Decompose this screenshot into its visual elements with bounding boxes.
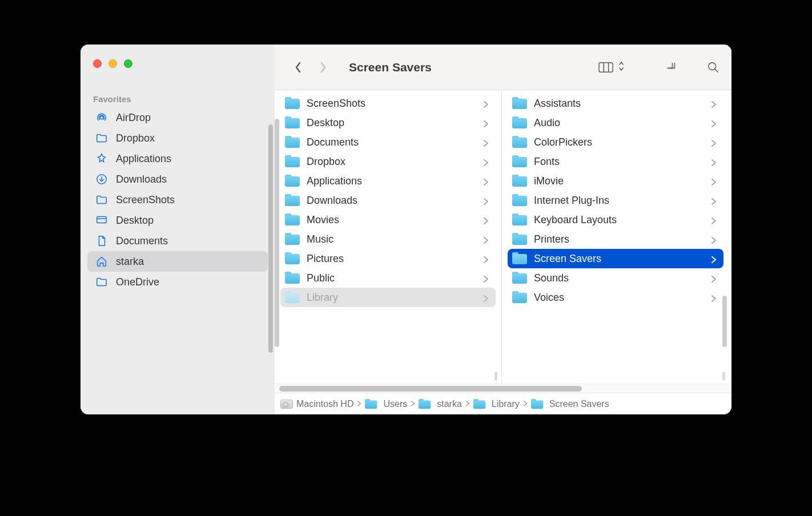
- sidebar-item-onedrive[interactable]: OneDrive: [87, 272, 268, 292]
- folder-icon: [95, 276, 108, 288]
- folder-item[interactable]: Sounds: [508, 268, 723, 288]
- sidebar-list: AirDropDropboxApplicationsDownloadsScree…: [81, 107, 275, 292]
- close-window-button[interactable]: [93, 59, 102, 68]
- sidebar-scrollbar[interactable]: [268, 124, 273, 353]
- path-bar: Macintosh HDUsersstarkaLibraryScreen Sav…: [275, 393, 731, 414]
- folder-item-label: Sounds: [534, 272, 704, 284]
- folder-item-label: Audio: [534, 117, 704, 129]
- folder-item[interactable]: Screen Savers: [508, 249, 723, 268]
- folder-icon: [473, 398, 485, 409]
- folder-item[interactable]: Dropbox: [280, 152, 496, 171]
- sidebar-item-downloads[interactable]: Downloads: [87, 169, 268, 190]
- column-list: AssistantsAudioColorPickersFontsiMovieIn…: [508, 94, 723, 307]
- toolbar: Screen Savers: [275, 45, 731, 90]
- path-segment[interactable]: Users: [365, 398, 407, 410]
- chevron-right-icon: [711, 196, 717, 204]
- sidebar-item-label: Documents: [116, 235, 260, 247]
- back-button[interactable]: [293, 61, 303, 74]
- horizontal-scrollbar-track[interactable]: [275, 384, 731, 393]
- forward-button[interactable]: [318, 61, 328, 74]
- chevron-right-icon: [483, 177, 489, 185]
- folder-item[interactable]: ColorPickers: [508, 132, 723, 152]
- folder-item[interactable]: ScreenShots: [280, 94, 496, 113]
- path-segment-label: Macintosh HD: [296, 399, 353, 409]
- chevron-right-icon: [483, 255, 489, 263]
- column-0-scrollbar[interactable]: [275, 119, 279, 347]
- path-segment-label: Users: [383, 399, 407, 409]
- folder-icon: [531, 398, 543, 409]
- folder-item-label: Library: [307, 292, 476, 304]
- folder-item[interactable]: Audio: [508, 113, 723, 132]
- folder-icon: [512, 252, 527, 265]
- column-1-scrollbar[interactable]: [722, 296, 727, 347]
- column-resize-handle[interactable]: ‖: [491, 371, 499, 380]
- folder-item-label: Movies: [307, 214, 476, 226]
- folder-item[interactable]: Keyboard Layouts: [508, 210, 723, 229]
- path-segment[interactable]: starka: [419, 398, 462, 410]
- sidebar-item-label: AirDrop: [116, 112, 260, 124]
- sidebar-item-applications[interactable]: Applications: [87, 148, 268, 169]
- minimize-window-button[interactable]: [108, 59, 117, 68]
- folder-item[interactable]: Desktop: [280, 113, 496, 132]
- folder-item[interactable]: Documents: [280, 132, 496, 152]
- chevron-right-icon: [711, 99, 717, 107]
- chevron-right-icon: [483, 119, 489, 127]
- overflow-button[interactable]: [663, 59, 679, 75]
- column-view-icon: [598, 59, 614, 75]
- folder-item[interactable]: Public: [280, 268, 496, 288]
- folder-item[interactable]: Applications: [280, 171, 496, 191]
- search-button[interactable]: [705, 59, 721, 75]
- chevron-right-icon: [357, 399, 361, 409]
- folder-item-label: Assistants: [534, 98, 704, 110]
- folder-item[interactable]: Internet Plug-Ins: [508, 191, 723, 210]
- chevron-right-icon: [483, 196, 489, 204]
- horizontal-scrollbar-thumb[interactable]: [279, 386, 582, 392]
- chevron-right-icon: [483, 216, 489, 224]
- folder-icon: [512, 116, 527, 129]
- folder-item[interactable]: Pictures: [280, 249, 496, 268]
- chevron-right-icon: [711, 274, 717, 282]
- column-resize-handle[interactable]: ‖: [719, 371, 727, 380]
- folder-item[interactable]: Downloads: [280, 191, 496, 210]
- hdd-icon: [280, 400, 293, 409]
- sidebar-item-airdrop[interactable]: AirDrop: [87, 107, 268, 128]
- folder-item-label: Music: [307, 233, 476, 245]
- window-controls: [81, 55, 275, 68]
- chevron-right-icon: [483, 235, 489, 243]
- chevron-right-icon: [483, 274, 489, 282]
- folder-item[interactable]: Printers: [508, 229, 723, 249]
- folder-item-label: Documents: [307, 136, 476, 148]
- chevron-right-icon: [411, 399, 415, 409]
- folder-icon: [512, 136, 527, 148]
- zoom-window-button[interactable]: [124, 59, 132, 68]
- sidebar-item-desktop[interactable]: Desktop: [87, 210, 268, 231]
- path-segment[interactable]: Library: [473, 398, 520, 410]
- path-segment[interactable]: Screen Savers: [531, 398, 609, 410]
- folder-icon: [512, 291, 527, 304]
- folder-icon: [95, 194, 108, 206]
- folder-item[interactable]: Voices: [508, 288, 723, 307]
- chevron-right-icon: [711, 235, 717, 243]
- folder-item[interactable]: iMovie: [508, 171, 723, 191]
- path-segment-label: Library: [492, 399, 520, 409]
- sidebar-item-screenshots[interactable]: ScreenShots: [87, 190, 268, 210]
- file-column-1: AssistantsAudioColorPickersFontsiMovieIn…: [502, 90, 729, 384]
- folder-item-label: ScreenShots: [307, 98, 476, 110]
- sidebar-item-starka[interactable]: starka: [87, 251, 268, 272]
- path-segment[interactable]: Macintosh HD: [280, 399, 353, 409]
- folder-item[interactable]: Fonts: [508, 152, 723, 171]
- folder-icon: [419, 398, 431, 409]
- folder-item[interactable]: Movies: [280, 210, 496, 229]
- path-segment-label: starka: [437, 399, 462, 409]
- sidebar-item-documents[interactable]: Documents: [87, 231, 268, 251]
- folder-item[interactable]: Music: [280, 229, 496, 249]
- folder-icon: [512, 194, 527, 207]
- view-options[interactable]: [598, 59, 625, 75]
- folder-icon: [512, 155, 527, 168]
- folder-icon: [285, 155, 300, 168]
- folder-item[interactable]: Library: [280, 288, 496, 307]
- folder-item[interactable]: Assistants: [508, 94, 723, 113]
- sidebar-section-header: Favorites: [81, 68, 275, 107]
- sidebar-item-label: Dropbox: [116, 132, 260, 144]
- sidebar-item-dropbox[interactable]: Dropbox: [87, 128, 268, 148]
